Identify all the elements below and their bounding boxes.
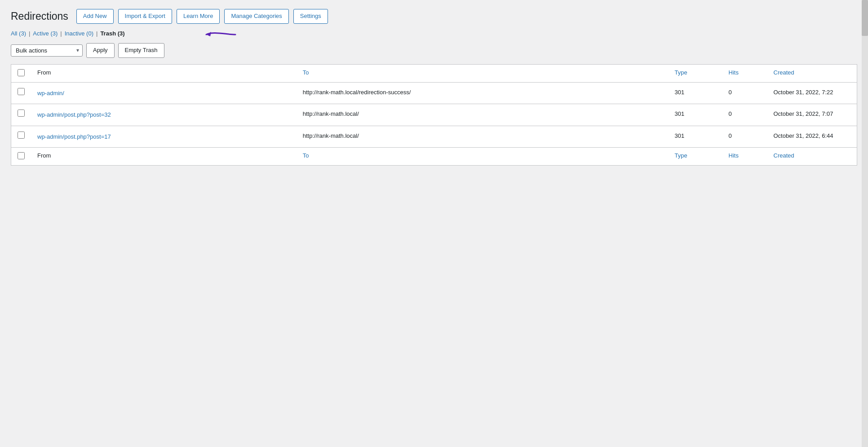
row1-checkbox-cell <box>11 82 31 104</box>
filter-inactive[interactable]: Inactive (0) <box>65 30 93 37</box>
header-hits: Hits <box>722 64 767 82</box>
header-to: To <box>297 64 669 82</box>
table-row: wp-admin/ http://rank-math.local/redirec… <box>11 82 857 104</box>
table-row: wp-admin/post.php?post=32 http://rank-ma… <box>11 104 857 126</box>
arrow-icon <box>204 26 240 43</box>
header-created: Created <box>767 64 857 82</box>
filter-active[interactable]: Active (3) <box>33 30 58 37</box>
row2-to-cell: http://rank-math.local/ <box>297 104 669 126</box>
row2-from-link[interactable]: wp-admin/post.php?post=32 <box>37 111 111 118</box>
row1-from-cell: wp-admin/ <box>31 82 297 104</box>
table-header-row: From To Type Hits Created <box>11 64 857 82</box>
footer-hits: Hits <box>722 148 767 166</box>
arrow-annotation <box>204 26 240 43</box>
filter-all[interactable]: All (3) <box>11 30 26 37</box>
row1-hits-cell: 0 <box>722 82 767 104</box>
footer-to: To <box>297 148 669 166</box>
filter-sep-2: | <box>60 30 62 37</box>
footer-created: Created <box>767 148 857 166</box>
header-from: From <box>31 64 297 82</box>
add-new-button[interactable]: Add New <box>76 9 114 24</box>
row3-created-cell: October 31, 2022, 6:44 <box>767 126 857 148</box>
footer-checkbox-cell <box>11 148 31 166</box>
row2-hits-cell: 0 <box>722 104 767 126</box>
learn-more-button[interactable]: Learn More <box>177 9 220 24</box>
page-wrap: Redirections Add New Import & Export Lea… <box>0 0 868 447</box>
row3-from-cell: wp-admin/post.php?post=17 <box>31 126 297 148</box>
row1-from-link[interactable]: wp-admin/ <box>37 90 64 96</box>
filter-sep-3: | <box>96 30 97 37</box>
filter-links: All (3) | Active (3) | Inactive (0) | Tr… <box>11 30 857 37</box>
row1-to-cell: http://rank-math.local/redirection-succe… <box>297 82 669 104</box>
apply-button[interactable]: Apply <box>86 43 115 58</box>
table-footer-row: From To Type Hits Created <box>11 148 857 166</box>
redirections-table: From To Type Hits Created <box>11 64 857 166</box>
row1-type-cell: 301 <box>669 82 722 104</box>
row3-type-cell: 301 <box>669 126 722 148</box>
bulk-actions-select[interactable]: Bulk actions Delete Permanently Restore <box>11 44 83 57</box>
row3-from-link[interactable]: wp-admin/post.php?post=17 <box>37 133 111 140</box>
manage-categories-button[interactable]: Manage Categories <box>224 9 288 24</box>
page-header: Redirections Add New Import & Export Lea… <box>11 9 857 24</box>
row3-checkbox[interactable] <box>18 131 25 139</box>
filter-trash[interactable]: Trash (3) <box>100 30 124 37</box>
settings-button[interactable]: Settings <box>293 9 328 24</box>
row2-from-cell: wp-admin/post.php?post=32 <box>31 104 297 126</box>
table-row: wp-admin/post.php?post=17 http://rank-ma… <box>11 126 857 148</box>
page-title: Redirections <box>11 10 68 22</box>
header-checkbox-cell <box>11 64 31 82</box>
row3-checkbox-cell <box>11 126 31 148</box>
row2-type-cell: 301 <box>669 104 722 126</box>
import-export-button[interactable]: Import & Export <box>118 9 172 24</box>
bulk-actions-wrap: Bulk actions Delete Permanently Restore … <box>11 44 83 57</box>
row2-created-cell: October 31, 2022, 7:07 <box>767 104 857 126</box>
row3-to-cell: http://rank-math.local/ <box>297 126 669 148</box>
filter-sep-1: | <box>29 30 30 37</box>
footer-type: Type <box>669 148 722 166</box>
empty-trash-button[interactable]: Empty Trash <box>118 43 164 58</box>
row2-checkbox-cell <box>11 104 31 126</box>
select-all-checkbox[interactable] <box>18 69 25 76</box>
row1-created-cell: October 31, 2022, 7:22 <box>767 82 857 104</box>
row3-hits-cell: 0 <box>722 126 767 148</box>
row2-checkbox[interactable] <box>18 110 25 117</box>
scrollbar-track[interactable] <box>862 0 868 447</box>
scrollbar-thumb[interactable] <box>862 0 868 36</box>
footer-from: From <box>31 148 297 166</box>
header-type: Type <box>669 64 722 82</box>
toolbar: Bulk actions Delete Permanently Restore … <box>11 43 857 58</box>
footer-select-all-checkbox[interactable] <box>18 152 25 159</box>
row1-checkbox[interactable] <box>18 88 25 95</box>
